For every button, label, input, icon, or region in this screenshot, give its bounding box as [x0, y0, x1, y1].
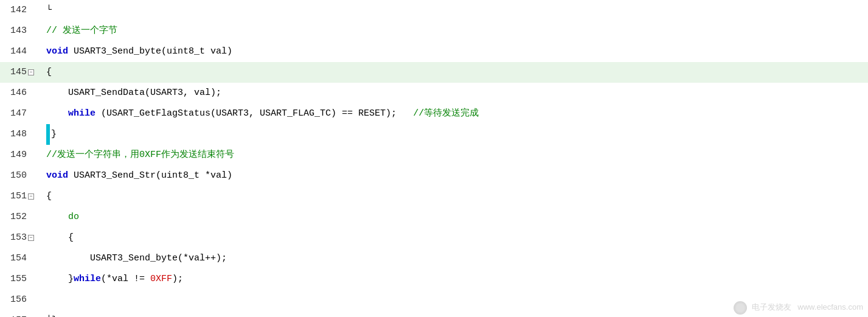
code-line: 148}: [0, 124, 868, 145]
line-content: └: [41, 0, 52, 21]
line-content: void USART3_Send_byte(uint8_t val): [41, 41, 232, 62]
code-segment: USART3_Send_Str(uint8_t *val): [68, 165, 232, 186]
code-segment: while: [74, 269, 101, 290]
code-segment: {: [46, 228, 74, 248]
code-segment: //发送一个字符串，用: [46, 145, 139, 165]
line-number: 147: [0, 103, 41, 124]
code-line: 151−{: [0, 186, 868, 207]
watermark-text: 电子发烧友: [752, 302, 791, 312]
line-content: void USART3_Send_Str(uint8_t *val): [41, 165, 232, 186]
line-number: 156: [0, 290, 41, 310]
line-number: 144: [0, 41, 41, 62]
line-number: 151−: [0, 186, 41, 207]
line-content: // 发送一个字节: [41, 21, 117, 41]
code-line: 153− {: [0, 228, 868, 248]
code-line: 146 USART_SendData(USART3, val);: [0, 83, 868, 103]
code-segment: }: [51, 124, 57, 145]
line-content: {: [41, 62, 52, 83]
code-line: 149//发送一个字符串，用0XFF作为发送结束符号: [0, 145, 868, 165]
code-segment: void: [46, 165, 68, 186]
code-segment: {: [46, 186, 52, 207]
line-number: 145−: [0, 62, 41, 83]
code-segment: USART_SendData(USART3, val);: [46, 83, 221, 103]
line-content: {: [41, 228, 74, 248]
line-content: }while(*val != 0XFF);: [41, 269, 183, 290]
line-number: 146: [0, 83, 41, 103]
code-segment: void: [46, 41, 68, 62]
line-number: 157: [0, 310, 41, 317]
code-segment: {: [46, 62, 52, 83]
code-segment: [46, 207, 68, 228]
line-number: 143: [0, 21, 41, 41]
line-content: }: [41, 124, 57, 145]
code-line: 154 USART3_Send_byte(*val++);: [0, 248, 868, 269]
code-segment: while: [68, 103, 95, 124]
code-segment: );: [172, 269, 183, 290]
line-content: USART3_Send_byte(*val++);: [41, 248, 227, 269]
line-content: {: [41, 186, 52, 207]
code-segment: └: [46, 0, 52, 21]
code-segment: }: [46, 269, 74, 290]
line-number: 142: [0, 0, 41, 21]
code-line: 152 do: [0, 207, 868, 228]
line-number: 149: [0, 145, 41, 165]
code-line: 155 }while(*val != 0XFF);: [0, 269, 868, 290]
code-line: 147 while (USART_GetFlagStatus(USART3, U…: [0, 103, 868, 124]
code-segment: //等待发送完成: [413, 103, 479, 124]
code-segment: do: [68, 207, 79, 228]
code-editor: 142└143// 发送一个字节144void USART3_Send_byte…: [0, 0, 868, 317]
fold-indicator[interactable]: −: [28, 235, 36, 241]
fold-box[interactable]: −: [28, 193, 34, 200]
code-segment: [46, 103, 68, 124]
cyan-bar: [46, 124, 50, 145]
code-segment: 0XFF: [150, 269, 172, 290]
code-line: 143// 发送一个字节: [0, 21, 868, 41]
code-line: 144void USART3_Send_byte(uint8_t val): [0, 41, 868, 62]
code-segment: └}: [46, 310, 57, 317]
code-line: 145−{: [0, 62, 868, 83]
watermark-url: www.elecfans.com: [797, 302, 863, 312]
code-lines: 142└143// 发送一个字节144void USART3_Send_byte…: [0, 0, 868, 317]
code-line: 142└: [0, 0, 868, 21]
line-number: 152: [0, 207, 41, 228]
code-segment: (USART_GetFlagStatus(USART3, USART_FLAG_…: [95, 103, 413, 124]
line-content: while (USART_GetFlagStatus(USART3, USART…: [41, 103, 479, 124]
fold-indicator[interactable]: −: [28, 193, 36, 200]
code-segment: 0XFF: [139, 145, 161, 165]
code-segment: (*val !=: [101, 269, 150, 290]
line-number: 148: [0, 124, 41, 145]
watermark-icon: [734, 301, 747, 315]
line-content: do: [41, 207, 79, 228]
code-segment: USART3_Send_byte(*val++);: [46, 248, 227, 269]
line-number: 155: [0, 269, 41, 290]
line-content: //发送一个字符串，用0XFF作为发送结束符号: [41, 145, 234, 165]
fold-box[interactable]: −: [28, 235, 34, 241]
code-segment: USART3_Send_byte(uint8_t val): [68, 41, 232, 62]
line-content: USART_SendData(USART3, val);: [41, 83, 221, 103]
line-number: 154: [0, 248, 41, 269]
fold-indicator[interactable]: −: [28, 69, 36, 75]
line-number: 153−: [0, 228, 41, 248]
code-segment: 作为发送结束符号: [161, 145, 234, 165]
code-line: 150void USART3_Send_Str(uint8_t *val): [0, 165, 868, 186]
line-content: └}: [41, 310, 57, 317]
line-number: 150: [0, 165, 41, 186]
fold-box[interactable]: −: [28, 69, 34, 75]
code-segment: // 发送一个字节: [46, 21, 117, 41]
watermark: 电子发烧友 www.elecfans.com: [734, 301, 863, 315]
